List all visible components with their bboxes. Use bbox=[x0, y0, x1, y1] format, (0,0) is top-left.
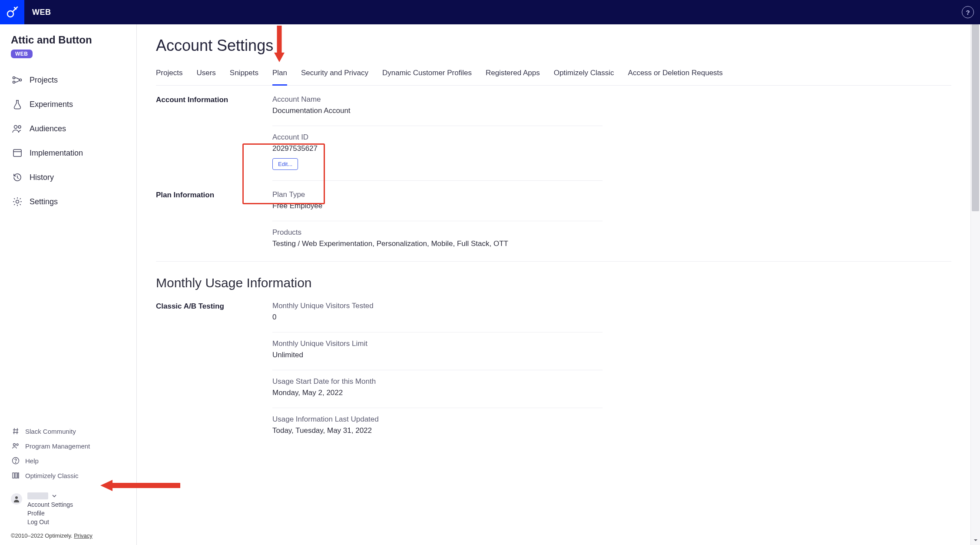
mu-tested-label: Monthly Unique Visitors Tested bbox=[272, 302, 603, 310]
block-last-updated: Usage Information Last Updated Today, Tu… bbox=[272, 408, 603, 445]
last-updated-value: Today, Tuesday, May 31, 2022 bbox=[272, 426, 603, 435]
account-id-value: 20297535627 bbox=[272, 144, 603, 153]
sidebar-item-projects[interactable]: Projects bbox=[4, 68, 132, 92]
nav: Projects Experiments Audiences bbox=[0, 68, 136, 214]
sidebar: Attic and Button WEB Projects bbox=[0, 24, 137, 545]
block-visitors-limit: Monthly Unique Visitors Limit Unlimited bbox=[272, 332, 603, 370]
svg-rect-13 bbox=[15, 473, 17, 478]
sidebar-item-label: Implementation bbox=[30, 149, 83, 158]
svg-rect-12 bbox=[13, 473, 14, 478]
app-body: Attic and Button WEB Projects bbox=[0, 24, 980, 545]
tab-security-and-privacy[interactable]: Security and Privacy bbox=[301, 64, 368, 85]
classic-icon bbox=[11, 471, 20, 480]
topbar-left: WEB bbox=[0, 0, 51, 24]
section-content-usage: Monthly Unique Visitors Tested 0 Monthly… bbox=[272, 301, 603, 445]
sidebar-item-implementation[interactable]: Implementation bbox=[4, 141, 132, 165]
start-date-value: Monday, May 2, 2022 bbox=[272, 389, 603, 397]
usage-heading: Monthly Usage Information bbox=[156, 276, 951, 290]
tab-registered-apps[interactable]: Registered Apps bbox=[486, 64, 540, 85]
lower-link-label: Slack Community bbox=[25, 428, 76, 435]
lower-link-label: Help bbox=[25, 457, 39, 465]
products-label: Products bbox=[272, 228, 603, 237]
sidebar-item-experiments[interactable]: Experiments bbox=[4, 92, 132, 116]
user-links: Account Settings Profile Log Out bbox=[27, 501, 73, 525]
sidebar-item-label: History bbox=[30, 173, 54, 182]
svg-point-3 bbox=[20, 79, 22, 81]
block-account-name: Account Name Documentation Account bbox=[272, 94, 603, 126]
link-slack-community[interactable]: Slack Community bbox=[4, 424, 132, 439]
svg-point-15 bbox=[15, 496, 18, 499]
edit-account-id-button[interactable]: Edit... bbox=[272, 158, 298, 170]
brand-logo-tile[interactable] bbox=[0, 0, 24, 24]
help-icon bbox=[11, 456, 20, 465]
svg-point-4 bbox=[14, 126, 17, 129]
sidebar-item-history[interactable]: History bbox=[4, 165, 132, 189]
tabs: Projects Users Snippets Plan Security an… bbox=[156, 64, 951, 86]
sidebar-header: Attic and Button WEB bbox=[0, 24, 136, 61]
audiences-icon bbox=[11, 123, 23, 135]
tab-dynamic-customer-profiles[interactable]: Dynamic Customer Profiles bbox=[382, 64, 472, 85]
svg-point-0 bbox=[7, 11, 13, 17]
divider bbox=[156, 261, 951, 262]
svg-point-9 bbox=[17, 444, 18, 445]
block-products: Products Testing / Web Experimentation, … bbox=[272, 221, 603, 259]
org-name: Attic and Button bbox=[11, 34, 126, 46]
block-start-date: Usage Start Date for this Month Monday, … bbox=[272, 370, 603, 408]
section-content-plan-info: Plan Type Free Employee Products Testing… bbox=[272, 189, 603, 259]
last-updated-label: Usage Information Last Updated bbox=[272, 415, 603, 424]
block-account-id: Account ID 20297535627 Edit... bbox=[272, 126, 603, 181]
user-name-row[interactable] bbox=[27, 492, 73, 499]
avatar[interactable] bbox=[11, 493, 22, 505]
user-details: Account Settings Profile Log Out bbox=[27, 492, 73, 525]
experiments-icon bbox=[11, 98, 23, 110]
svg-point-2 bbox=[13, 81, 15, 83]
gear-icon bbox=[11, 196, 23, 208]
account-name-value: Documentation Account bbox=[272, 106, 603, 115]
privacy-link[interactable]: Privacy bbox=[74, 532, 93, 539]
product-chip: WEB bbox=[11, 50, 33, 58]
annotation-arrow-left bbox=[98, 477, 180, 494]
sidebar-item-label: Audiences bbox=[30, 124, 66, 133]
svg-rect-14 bbox=[18, 473, 19, 478]
user-name-redacted bbox=[27, 492, 48, 499]
account-name-label: Account Name bbox=[272, 95, 603, 104]
user-link-profile[interactable]: Profile bbox=[27, 510, 73, 517]
copyright-text: ©2010–2022 Optimizely. bbox=[11, 532, 74, 539]
scrollbar[interactable] bbox=[970, 24, 980, 545]
block-visitors-tested: Monthly Unique Visitors Tested 0 bbox=[272, 301, 603, 332]
mu-limit-label: Monthly Unique Visitors Limit bbox=[272, 339, 603, 348]
sidebar-item-audiences[interactable]: Audiences bbox=[4, 116, 132, 141]
user-link-account-settings[interactable]: Account Settings bbox=[27, 501, 73, 508]
section-content-account-info: Account Name Documentation Account Accou… bbox=[272, 94, 603, 181]
section-label-plan-info: Plan Information bbox=[156, 189, 272, 259]
sidebar-item-settings[interactable]: Settings bbox=[4, 189, 132, 214]
user-link-log-out[interactable]: Log Out bbox=[27, 518, 73, 525]
tab-plan[interactable]: Plan bbox=[272, 64, 287, 85]
link-program-management[interactable]: Program Management bbox=[4, 439, 132, 453]
tab-projects[interactable]: Projects bbox=[156, 64, 182, 85]
lower-link-label: Program Management bbox=[25, 442, 90, 450]
sidebar-item-label: Settings bbox=[30, 197, 58, 206]
svg-rect-6 bbox=[13, 150, 21, 156]
scrollbar-thumb[interactable] bbox=[972, 24, 979, 211]
sidebar-item-label: Projects bbox=[30, 76, 58, 85]
section-usage: Classic A/B Testing Monthly Unique Visit… bbox=[156, 301, 951, 445]
footer: ©2010–2022 Optimizely. Privacy bbox=[0, 528, 136, 545]
tab-optimizely-classic[interactable]: Optimizely Classic bbox=[554, 64, 614, 85]
svg-point-1 bbox=[13, 77, 15, 79]
tab-snippets[interactable]: Snippets bbox=[230, 64, 258, 85]
start-date-label: Usage Start Date for this Month bbox=[272, 377, 603, 386]
section-plan-info: Plan Information Plan Type Free Employee… bbox=[156, 189, 951, 259]
chevron-down-icon bbox=[52, 493, 57, 498]
block-plan-type: Plan Type Free Employee bbox=[272, 189, 603, 221]
mu-limit-value: Unlimited bbox=[272, 351, 603, 359]
hash-icon bbox=[11, 427, 20, 435]
scroll-down-button[interactable] bbox=[971, 535, 980, 545]
tab-users[interactable]: Users bbox=[196, 64, 215, 85]
svg-point-7 bbox=[16, 200, 19, 203]
svg-point-5 bbox=[18, 126, 21, 128]
help-icon[interactable]: ? bbox=[962, 6, 974, 18]
link-help[interactable]: Help bbox=[4, 453, 132, 468]
tab-access-or-deletion-requests[interactable]: Access or Deletion Requests bbox=[628, 64, 723, 85]
group-icon bbox=[11, 442, 20, 450]
